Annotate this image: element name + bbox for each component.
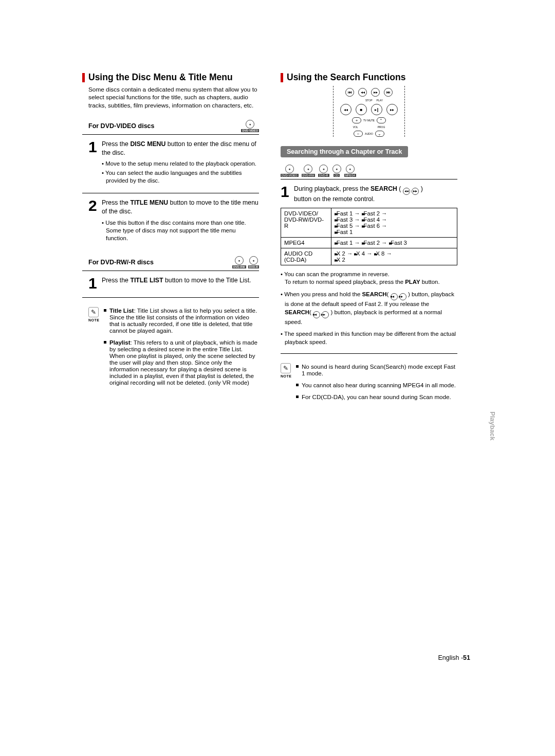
note-icon: ✎ <box>88 307 99 317</box>
badge-dvdr: ●DVD-R <box>248 256 259 268</box>
section-pill: Searching through a Chapter or Track <box>281 146 408 157</box>
vol-up-icon: + <box>352 117 361 123</box>
search-ff-icon: ▸▸ <box>322 311 329 318</box>
left-column: Using the Disc Menu & Title Menu Some di… <box>82 72 259 405</box>
stop-icon: ■ <box>356 104 367 115</box>
table-row3-label: AUDIO CD (CD-DA) <box>281 248 331 265</box>
prog-up-icon: ⌃ <box>377 117 386 123</box>
table-row3-val: X 2 X 4 X 8 X 2 <box>331 248 457 265</box>
search-rew-icon: ◂◂ <box>313 311 320 318</box>
subhead-dvdvideo: For DVD-VIDEO discs <box>88 122 155 130</box>
rewind-icon: ◂◂ <box>358 88 367 97</box>
badge-dvdrw: ●DVD-RW <box>232 256 246 268</box>
right-heading-text: Using the Search Functions <box>287 72 405 83</box>
page-footer: English -51 <box>438 654 470 661</box>
left-intro: Some discs contain a dedicated menu syst… <box>88 86 259 110</box>
speed-table: DVD-VIDEO/ DVD-RW/DVD-R Fast 1 Fast 2 Fa… <box>281 208 457 265</box>
skip-back-icon: ⏮ <box>345 88 354 97</box>
step-number-2: 2 <box>88 199 102 215</box>
step-number-1: 1 <box>88 140 102 157</box>
note-box-left: ✎ NOTE Title List: Title List shows a li… <box>88 307 259 391</box>
subhead-dvdrw: For DVD-RW/-R discs <box>88 259 154 266</box>
table-row2-val: Fast 1 Fast 2 Fast 3 <box>331 238 457 248</box>
table-row1-val: Fast 1 Fast 2 Fast 3 Fast 4 Fast 5 Fast … <box>331 208 457 238</box>
rew-big-icon: ◂◂ <box>340 104 351 115</box>
search-rew-icon: ◂◂ <box>391 293 398 300</box>
table-row2-label: MPEG4 <box>281 238 331 248</box>
ff-big-icon: ▸▸ <box>386 104 398 115</box>
vol-down-icon: − <box>354 131 363 137</box>
side-tab: Playback <box>489 411 496 440</box>
left-heading-text: Using the Disc Menu & Title Menu <box>88 72 233 83</box>
search-rew-icon: ◂◂ <box>403 188 410 195</box>
search-ff-icon: ▸▸ <box>399 293 406 300</box>
step-3: 1 Press the TITLE LIST button to move to… <box>88 276 259 290</box>
note-label: NOTE <box>88 318 99 322</box>
right-bullets: You can scan the programme in reverse.To… <box>281 271 457 346</box>
remote-diagram: ⏮ ◂◂ ▸▸ ⏭ STOPPLAY ◂◂ ■ ▸‖ ▸▸ + TV MUTE … <box>333 86 405 137</box>
accent-bar <box>82 73 85 82</box>
search-ff-icon: ▸▸ <box>412 188 419 195</box>
badge-row: ●DVD-VIDEO ●DVD-RW ●DVD-R ●CD ●MPEG4 <box>281 165 457 177</box>
skip-fwd-icon: ⏭ <box>384 88 393 97</box>
step2-bullets: Use this button if the disc contains mor… <box>102 219 259 243</box>
step1-bullets: Move to the setup menu related to the pl… <box>102 160 259 185</box>
badge-group-1: ●DVD-VIDEO <box>241 120 259 132</box>
note-box-right: ✎ NOTE No sound is heard during Scan(Sea… <box>281 363 457 405</box>
table-row1-label: DVD-VIDEO/ DVD-RW/DVD-R <box>281 208 331 238</box>
right-column: Using the Search Functions ⏮ ◂◂ ▸▸ ⏭ STO… <box>281 72 457 405</box>
step-number-1b: 1 <box>88 276 102 290</box>
play-pause-icon: ▸‖ <box>371 104 382 115</box>
note-label: NOTE <box>281 374 291 378</box>
badge-dvdvideo: ●DVD-VIDEO <box>241 120 259 132</box>
step-1: 1 Press the DISC MENU button to enter th… <box>88 140 259 157</box>
right-step-1: 1 During playback, press the SEARCH ( ◂◂… <box>281 185 457 204</box>
step-2: 2 Press the TITLE MENU button to move to… <box>88 199 259 215</box>
note-icon: ✎ <box>281 363 291 373</box>
prog-down-icon: ⌄ <box>375 131 384 137</box>
accent-bar <box>281 73 283 82</box>
left-heading: Using the Disc Menu & Title Menu <box>82 72 259 83</box>
badge-group-2: ●DVD-RW ●DVD-R <box>232 256 259 268</box>
right-heading: Using the Search Functions <box>281 72 457 83</box>
forward-icon: ▸▸ <box>371 88 380 97</box>
